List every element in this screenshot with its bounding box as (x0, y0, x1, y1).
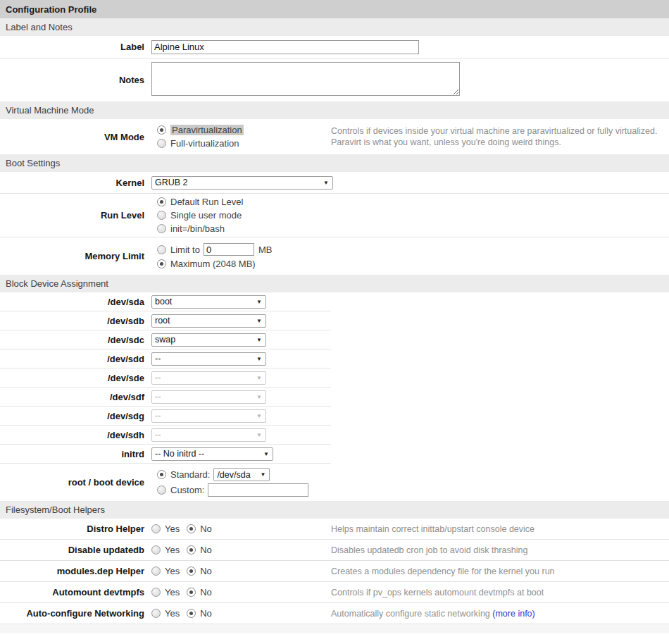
block-device-row-sde: /dev/sde -- ▼ (0, 369, 331, 388)
sdf-label: /dev/sdf (0, 392, 144, 402)
memory-maximum-radio[interactable] (157, 259, 166, 268)
memory-limit-label: Memory Limit (0, 251, 144, 261)
distro-helper-yes-radio[interactable] (151, 524, 161, 533)
chevron-down-icon: ▼ (252, 394, 262, 400)
vm-mode-row: VM Mode Paravirtualization Full-virtuali… (0, 119, 669, 154)
auto-configure-networking-yes-radio[interactable] (151, 609, 161, 618)
memory-limit-unit: MB (258, 244, 273, 255)
run-level-init-bash-radio[interactable] (157, 224, 166, 233)
run-level-single-user-label: Single user mode (170, 210, 242, 221)
vm-mode-help-text: Controls if devices inside your virtual … (331, 125, 657, 148)
vm-mode-label: VM Mode (0, 132, 144, 142)
block-device-row-sdf: /dev/sdf -- ▼ (0, 388, 331, 407)
chevron-down-icon: ▼ (252, 375, 262, 381)
memory-limit-to-label: Limit to (170, 244, 200, 255)
block-device-row-sdd: /dev/sdd -- ▼ (0, 349, 331, 369)
block-device-row-sda: /dev/sda boot ▼ (0, 292, 331, 311)
notes-textarea[interactable] (151, 62, 460, 96)
section-header-vm-mode: Virtual Machine Mode (0, 101, 669, 119)
modules-dep-helper-label: modules.dep Helper (0, 566, 144, 576)
memory-limit-row: Memory Limit Limit to MB Maximum (2048 M… (0, 237, 669, 275)
memory-limit-input[interactable] (204, 243, 254, 256)
block-device-row-sdb: /dev/sdb root ▼ (0, 311, 331, 330)
initrd-label: initrd (0, 449, 144, 459)
sdd-select[interactable]: -- ▼ (151, 352, 266, 366)
initrd-row: initrd -- No initrd -- ▼ (0, 445, 331, 464)
sdh-label: /dev/sdh (0, 430, 144, 440)
kernel-select[interactable]: GRUB 2 ▼ (151, 176, 333, 190)
sdg-label: /dev/sdg (0, 411, 144, 421)
vm-mode-paravirtualization-label: Paravirtualization (170, 125, 244, 135)
sdc-label: /dev/sdc (0, 335, 144, 345)
kernel-label: Kernel (0, 178, 144, 188)
chevron-down-icon: ▼ (252, 318, 262, 324)
automount-devtmpfs-row: Automount devtmpfs Yes No Controls if pv… (0, 582, 669, 603)
chevron-down-icon: ▼ (252, 299, 262, 305)
root-device-standard-select[interactable]: /dev/sda ▼ (213, 468, 270, 481)
block-device-row-sdg: /dev/sdg -- ▼ (0, 407, 331, 426)
label-input[interactable] (151, 40, 419, 54)
sde-select: -- ▼ (151, 371, 266, 385)
sde-label: /dev/sde (0, 373, 144, 383)
root-device-custom-input[interactable] (208, 483, 308, 497)
run-level-default-radio[interactable] (157, 197, 166, 206)
kernel-row: Kernel GRUB 2 ▼ (0, 172, 669, 194)
root-boot-device-label: root / boot device (0, 477, 144, 488)
vm-mode-paravirtualization-radio[interactable] (157, 125, 166, 135)
page-title: Configuration Profile (0, 0, 669, 18)
sda-select[interactable]: boot ▼ (151, 295, 266, 309)
root-device-standard-radio[interactable] (157, 470, 166, 479)
initrd-select[interactable]: -- No initrd -- ▼ (151, 447, 273, 461)
sdd-label: /dev/sdd (0, 354, 144, 364)
automount-devtmpfs-label: Automount devtmpfs (0, 587, 144, 597)
sdf-select: -- ▼ (151, 390, 266, 404)
disable-updatedb-help-text: Disables updatedb cron job to avoid disk… (331, 545, 527, 556)
memory-maximum-label: Maximum (2048 MB) (170, 259, 256, 269)
distro-helper-no-radio[interactable] (187, 524, 196, 533)
disable-updatedb-label: Disable updatedb (0, 545, 144, 555)
sdc-select[interactable]: swap ▼ (151, 333, 266, 347)
auto-configure-networking-row: Auto-configure Networking Yes No Automat… (0, 603, 669, 624)
memory-limit-to-radio[interactable] (157, 245, 166, 254)
run-level-single-user-radio[interactable] (157, 211, 166, 220)
sdh-select: -- ▼ (151, 428, 266, 442)
vm-mode-full-virtualization-radio[interactable] (157, 139, 166, 148)
run-level-init-bash-label: init=/bin/bash (170, 223, 225, 234)
modules-dep-helper-row: modules.dep Helper Yes No Creates a modu… (0, 561, 669, 582)
section-header-block-devices: Block Device Assignment (0, 275, 669, 292)
chevron-down-icon: ▼ (252, 413, 262, 419)
block-device-table: /dev/sda boot ▼ /dev/sdb root ▼ /dev/sdc (0, 292, 331, 501)
run-level-row: Run Level Default Run Level Single user … (0, 194, 669, 237)
modules-dep-help-text: Creates a modules dependency file for th… (331, 566, 555, 577)
root-device-custom-radio[interactable] (157, 485, 166, 495)
root-device-custom-label: Custom: (170, 485, 204, 495)
sdg-select: -- ▼ (151, 409, 266, 423)
chevron-down-icon: ▼ (256, 471, 265, 478)
disable-updatedb-yes-radio[interactable] (151, 545, 161, 555)
section-header-helpers: Filesystem/Boot Helpers (0, 501, 669, 519)
notes-field-label: Notes (0, 75, 144, 85)
automount-devtmpfs-yes-radio[interactable] (151, 588, 161, 597)
distro-helper-help-text: Helps maintain correct inittab/upstart c… (331, 524, 534, 535)
auto-configure-networking-no-radio[interactable] (187, 609, 196, 618)
automount-devtmpfs-no-radio[interactable] (187, 588, 196, 597)
chevron-down-icon: ▼ (252, 432, 262, 438)
distro-helper-row: Distro Helper Yes No Helps maintain corr… (0, 519, 669, 540)
run-level-label: Run Level (0, 210, 144, 221)
more-info-link[interactable]: (more info) (492, 609, 534, 619)
chevron-down-icon: ▼ (252, 337, 262, 343)
disable-updatedb-row: Disable updatedb Yes No Disables updated… (0, 540, 669, 561)
chevron-down-icon: ▼ (252, 356, 262, 362)
auto-configure-networking-label: Auto-configure Networking (0, 608, 144, 619)
modules-dep-no-radio[interactable] (187, 566, 196, 576)
root-boot-device-row: root / boot device Standard: /dev/sda ▼ … (0, 464, 331, 501)
label-field-label: Label (0, 42, 144, 52)
auto-configure-networking-help-text: Automatically configure static networkin… (331, 608, 535, 619)
disable-updatedb-no-radio[interactable] (187, 545, 196, 555)
modules-dep-yes-radio[interactable] (151, 566, 161, 576)
block-device-row-sdc: /dev/sdc swap ▼ (0, 330, 331, 349)
vm-mode-full-virtualization-label: Full-virtualization (170, 138, 239, 149)
sdb-select[interactable]: root ▼ (151, 314, 266, 328)
sdb-label: /dev/sdb (0, 316, 144, 326)
distro-helper-label: Distro Helper (0, 524, 144, 534)
